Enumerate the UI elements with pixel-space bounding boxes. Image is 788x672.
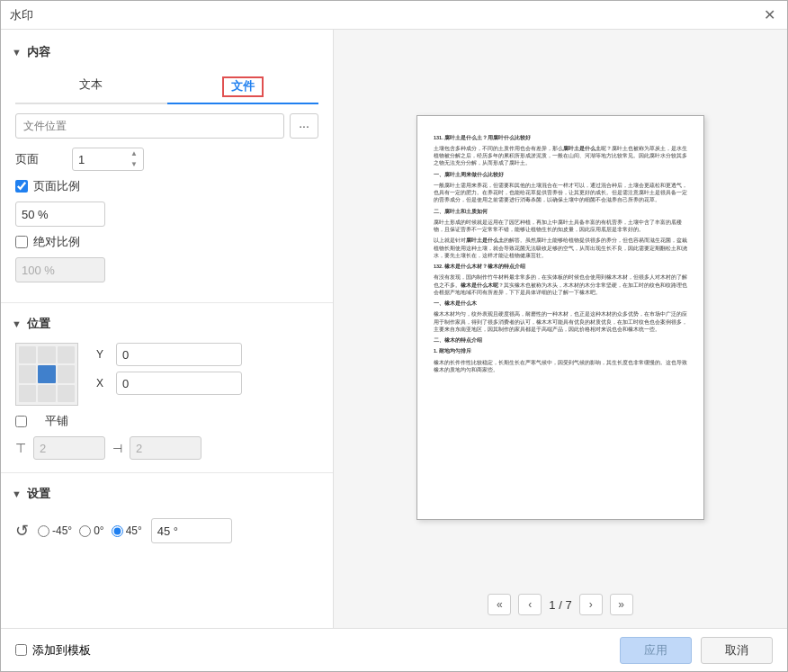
divider-1 — [1, 302, 333, 303]
page-info: 1 / 7 — [549, 598, 571, 612]
browse-button[interactable]: ··· — [290, 113, 318, 139]
rotation-input[interactable]: ▲ ▼ — [151, 518, 232, 543]
pos-cell-bc[interactable] — [38, 385, 55, 402]
file-input-row: ··· — [15, 113, 318, 139]
pos-cell-tl[interactable] — [19, 346, 36, 363]
settings-section-header[interactable]: ▼ 设置 — [1, 480, 333, 507]
preview-content: 131. 腐叶土是什么土？用腐叶什么比较好 土壤包含多种成分，不同的土质作用也会… — [434, 134, 687, 378]
settings-arrow-icon: ▼ — [12, 488, 22, 499]
pos-cell-bl[interactable] — [19, 385, 36, 402]
rotation-icon[interactable]: ↺ — [15, 521, 29, 541]
y-input-row: Y (厘米) ▲ ▼ — [96, 343, 242, 366]
preview-p-1: 土壤包含多种成分，不同的土质作用也会有差异，那么腐叶土是什么土呢？腐叶土也被称为… — [434, 145, 687, 167]
x-label: X — [96, 377, 111, 390]
add-template-checkbox[interactable] — [15, 644, 27, 656]
rotation-value-input[interactable] — [152, 524, 232, 538]
pos-cell-tr[interactable] — [58, 346, 75, 363]
tile-label[interactable]: 平铺 — [45, 413, 68, 429]
absolute-scale-checkbox[interactable] — [15, 236, 28, 248]
main-window: 水印 ✕ ▼ 内容 文本 文件 — [0, 0, 788, 672]
tile-checkbox[interactable] — [15, 416, 27, 427]
page-value-input[interactable] — [78, 153, 128, 166]
page-label: 页面 — [15, 151, 65, 167]
tab-file[interactable]: 文件 — [167, 71, 319, 103]
page-spin-arrows[interactable]: ▲ ▼ — [130, 148, 138, 170]
page-scale-checkbox[interactable] — [15, 180, 28, 193]
page-scale-value-input[interactable] — [16, 208, 105, 221]
page-scale-input[interactable]: ▲ ▼ — [15, 202, 105, 227]
x-input-row: X (厘米) ▲ ▼ — [96, 372, 242, 395]
tile-horizontal-icon: ⊣ — [112, 442, 122, 455]
position-arrow-icon: ▼ — [12, 318, 22, 329]
cancel-button[interactable]: 取消 — [701, 637, 773, 664]
position-section-header[interactable]: ▼ 位置 — [1, 310, 333, 337]
y-label: Y — [96, 348, 111, 361]
radio-0: 0° — [79, 524, 103, 537]
left-panel: ▼ 内容 文本 文件 ··· — [1, 30, 334, 628]
apply-button[interactable]: 应用 — [620, 637, 692, 664]
absolute-scale-row: 绝对比例 — [15, 234, 318, 250]
prev-page-button[interactable]: ‹ — [518, 594, 542, 615]
page-scale-row: 页面比例 — [15, 178, 318, 194]
position-section-body: Y (厘米) ▲ ▼ X — [1, 337, 333, 465]
preview-line-1: 131. 腐叶土是什么土？用腐叶什么比较好 — [434, 134, 687, 141]
absolute-scale-input: ▲ ▼ — [15, 257, 105, 282]
preview-p-6: 橡木木材均匀，纹外表观且硬度很高，耐磨性的一种木材，也正是这种木材的众多优势，在… — [434, 310, 687, 333]
page-input[interactable]: ▲ ▼ — [72, 148, 144, 171]
content-section-header[interactable]: ▼ 内容 — [1, 39, 333, 66]
preview-p-4: 以上就是针对腐叶土是什么土的解答。虽然腐叶土能够给植物提供很多的养分，但也容易而… — [434, 237, 687, 259]
rotation-radio-group: -45° 0° 45° — [38, 524, 142, 537]
radio-45: 45° — [112, 524, 142, 537]
close-button[interactable]: ✕ — [760, 6, 778, 24]
first-page-button[interactable]: « — [488, 594, 511, 615]
position-grid: Y (厘米) ▲ ▼ X — [15, 343, 318, 406]
file-path-input[interactable] — [15, 113, 284, 139]
pagination: « ‹ 1 / 7 › » — [488, 587, 632, 619]
add-template-label[interactable]: 添加到模板 — [32, 642, 91, 659]
x-value-input[interactable] — [117, 377, 242, 390]
radio-0-label[interactable]: 0° — [94, 524, 103, 537]
tile-h-input: ▲ ▼ — [130, 436, 201, 460]
bottom-right: 应用 取消 — [620, 637, 773, 664]
page-spin-up[interactable]: ▲ — [130, 148, 138, 159]
preview-h-4: 二、橡木的特点介绍 — [434, 336, 687, 344]
tab-file-label: 文件 — [222, 76, 264, 97]
radio-neg45-label[interactable]: -45° — [52, 524, 72, 537]
preview-h-5: 1. 耐地均匀排斥 — [434, 347, 687, 354]
absolute-scale-value-row: ▲ ▼ — [15, 257, 318, 282]
absolute-scale-value-input — [16, 264, 105, 277]
tabs-container: 文本 文件 — [15, 71, 318, 104]
pos-cell-tc[interactable] — [38, 346, 55, 363]
preview-h-2: 二、腐叶土和土质如何 — [434, 208, 687, 215]
tile-vertical-icon: ⊤ — [15, 441, 26, 455]
content-arrow-icon: ▼ — [12, 47, 22, 58]
pos-cell-mr[interactable] — [58, 365, 75, 382]
next-page-button[interactable]: › — [579, 594, 603, 615]
settings-section-label: 设置 — [27, 486, 50, 502]
content-section-body: 文本 文件 ··· 页面 ▲ — [1, 66, 333, 295]
pos-cell-br[interactable] — [58, 385, 75, 402]
last-page-button[interactable]: » — [610, 594, 633, 615]
radio-neg45-input[interactable] — [38, 525, 49, 537]
preview-p-2: 一般腐叶土需用来养花，但需要和其他的土壤混合在一样才可以，通过混合种后，土壤会更… — [434, 182, 687, 204]
radio-0-input[interactable] — [79, 525, 91, 537]
right-panel: 131. 腐叶土是什么土？用腐叶什么比较好 土壤包含多种成分，不同的土质作用也会… — [334, 30, 787, 628]
settings-section-body: ↺ -45° 0° 45° — [1, 507, 333, 549]
page-label-row: 页面 ▲ ▼ — [15, 148, 318, 171]
preview-p-7: 橡木的长件作性比较稳定，长期生长在严寒气候中，因受到气候的影响，其生长度也非常缓… — [434, 359, 687, 374]
page-spin-down[interactable]: ▼ — [130, 159, 138, 170]
y-input[interactable]: (厘米) ▲ ▼ — [116, 343, 242, 366]
pos-cell-mc[interactable] — [38, 365, 55, 382]
absolute-scale-label[interactable]: 绝对比例 — [33, 234, 80, 250]
preview-h-3: 一、橡木是什么木 — [434, 300, 687, 307]
page-scale-label[interactable]: 页面比例 — [33, 178, 80, 194]
radio-45-input[interactable] — [112, 525, 123, 537]
x-input[interactable]: (厘米) ▲ ▼ — [116, 372, 242, 395]
title-bar: 水印 ✕ — [1, 1, 787, 30]
radio-45-label[interactable]: 45° — [126, 524, 142, 537]
pos-cell-ml[interactable] — [19, 365, 36, 382]
tab-text[interactable]: 文本 — [15, 71, 167, 103]
position-visual-grid[interactable] — [15, 343, 78, 406]
position-inputs: Y (厘米) ▲ ▼ X — [96, 343, 242, 395]
y-value-input[interactable] — [117, 348, 242, 362]
